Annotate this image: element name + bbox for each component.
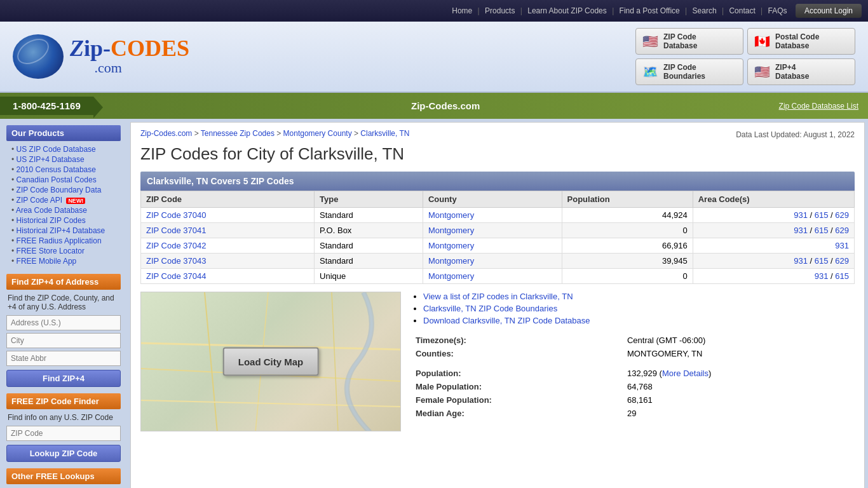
area-code-link[interactable]: 931 [794, 226, 808, 235]
load-city-map-button[interactable]: Load City Map [223, 348, 319, 376]
logo-text[interactable]: Zip-CODES .com [70, 37, 189, 76]
zip4-database-button[interactable]: 🇺🇸 ZIP+4Database [747, 58, 855, 85]
breadcrumb-tn[interactable]: Tennessee Zip Codes [201, 129, 275, 138]
county-cell: Montgomery [423, 269, 562, 284]
svg-line-2 [205, 292, 217, 431]
logo-globe-icon [13, 34, 64, 79]
top-navigation: Home | Products | Learn About ZIP Codes … [0, 0, 868, 22]
population-cell: 44,924 [562, 208, 693, 223]
area-codes-cell: 931 / 615 / 629 [693, 223, 854, 238]
population-label: Population: [412, 367, 622, 379]
sidebar-us-zip-db[interactable]: US ZIP Code Database [6, 144, 121, 154]
site-header: Zip-CODES .com 🇺🇸 ZIP CodeDatabase 🇨🇦 Po… [0, 22, 868, 93]
col-type: Type [315, 191, 423, 208]
area-code-link[interactable]: 629 [835, 210, 849, 220]
nav-products[interactable]: Products [485, 6, 515, 15]
city-input[interactable] [6, 333, 121, 348]
breadcrumb-city[interactable]: Clarksville, TN [360, 129, 409, 138]
sidebar-area-code-db[interactable]: Area Code Database [6, 205, 121, 215]
main-container: Our Products US ZIP Code Database US ZIP… [0, 119, 868, 488]
area-code-link[interactable]: 931 [794, 210, 808, 220]
free-zip-finder-title: FREE ZIP Code Finder [6, 393, 121, 409]
find-zip4-button[interactable]: Find ZIP+4 [6, 370, 121, 387]
breadcrumb-home[interactable]: Zip-Codes.com [140, 129, 192, 138]
zip-link[interactable]: ZIP Code 37043 [146, 256, 206, 266]
area-code-link[interactable]: 629 [835, 256, 849, 266]
area-code-link[interactable]: 931 [835, 241, 849, 250]
county-link[interactable]: Montgomery [428, 241, 474, 250]
lookup-zip-button[interactable]: Lookup ZIP Code [6, 445, 121, 462]
phone-number: 1-800-425-1169 [0, 97, 93, 115]
area-codes-cell: 931 / 615 / 629 [693, 254, 854, 269]
nav-faqs[interactable]: FAQs [768, 6, 787, 15]
table-row: ZIP Code 37040 Standard Montgomery 44,92… [141, 208, 855, 223]
sidebar-us-zip4-db[interactable]: US ZIP+4 Database [6, 154, 121, 165]
area-code-link[interactable]: 931 [794, 256, 808, 266]
counties-value: MONTGOMERY, TN [623, 348, 853, 360]
view-zip-list-link[interactable]: View a list of ZIP codes in Clarksville,… [423, 292, 573, 301]
sidebar-historical-zip[interactable]: Historical ZIP Codes [6, 215, 121, 226]
area-code-link[interactable]: 615 [815, 256, 829, 266]
col-zip-code: ZIP Code [141, 191, 315, 208]
sidebar-mobile-app[interactable]: FREE Mobile App [6, 256, 121, 266]
page-title: ZIP Codes for City of Clarksville, TN [140, 144, 855, 164]
col-area-codes: Area Code(s) [693, 191, 854, 208]
county-link[interactable]: Montgomery [428, 210, 474, 220]
area-code-link[interactable]: 615 [815, 226, 829, 235]
population-value: 132,929 (More Details) [623, 367, 853, 379]
sidebar: Our Products US ZIP Code Database US ZIP… [0, 119, 127, 488]
area-code-link[interactable]: 615 [835, 271, 849, 281]
sidebar-zip-boundary[interactable]: ZIP Code Boundary Data [6, 185, 121, 195]
zip-link[interactable]: ZIP Code 37042 [146, 241, 206, 250]
state-input[interactable] [6, 351, 121, 366]
our-products-title: Our Products [6, 125, 121, 141]
find-zip4-title: Find ZIP+4 of Address [6, 274, 121, 290]
county-link[interactable]: Montgomery [428, 256, 474, 266]
area-code-link[interactable]: 931 [815, 271, 829, 281]
map-icon: 🗺️ [642, 64, 658, 79]
area-code-link[interactable]: 615 [815, 210, 829, 220]
account-login-button[interactable]: Account Login [796, 4, 862, 18]
zip-code-database-button[interactable]: 🇺🇸 ZIP CodeDatabase [635, 28, 743, 55]
site-name-label: Zip-Codes.com [93, 100, 779, 111]
zip-link[interactable]: ZIP Code 37044 [146, 271, 206, 281]
sep: | [685, 6, 687, 15]
sidebar-canadian-postal[interactable]: Canadian Postal Codes [6, 175, 121, 185]
sidebar-census-db[interactable]: 2010 Census Database [6, 165, 121, 175]
address-input[interactable] [6, 315, 121, 330]
zip-link-cell: ZIP Code 37044 [141, 269, 315, 284]
db-list-link[interactable]: Zip Code Database List [779, 102, 868, 111]
county-link[interactable]: Montgomery [428, 271, 474, 281]
sidebar-zip-api[interactable]: ZIP Code API NEW! [6, 195, 121, 205]
sidebar-store-locator[interactable]: FREE Store Locator [6, 246, 121, 256]
type-cell: Standard [315, 208, 423, 223]
free-finder-desc: Find info on any U.S. ZIP Code [6, 413, 121, 422]
logo-area: Zip-CODES .com [13, 34, 189, 79]
zip-code-boundaries-button[interactable]: 🗺️ ZIP CodeBoundaries [635, 58, 743, 85]
area-code-link[interactable]: 629 [835, 226, 849, 235]
zip-link[interactable]: ZIP Code 37041 [146, 226, 206, 235]
zip-boundaries-link[interactable]: Clarksville, TN ZIP Code Boundaries [423, 304, 557, 313]
nav-contact[interactable]: Contact [729, 6, 755, 15]
nav-home[interactable]: Home [452, 6, 472, 15]
postal-code-database-button[interactable]: 🇨🇦 Postal CodeDatabase [747, 28, 855, 55]
breadcrumb-county[interactable]: Montgomery County [283, 129, 352, 138]
zip-link-cell: ZIP Code 37041 [141, 223, 315, 238]
male-pop-label: Male Population: [412, 381, 622, 393]
sidebar-radius-app[interactable]: FREE Radius Application [6, 236, 121, 246]
nav-search[interactable]: Search [693, 6, 717, 15]
download-db-link[interactable]: Download Clarksville, TN ZIP Code Databa… [423, 316, 590, 325]
sidebar-historical-zip4[interactable]: Historical ZIP+4 Database [6, 226, 121, 236]
nav-learn[interactable]: Learn About ZIP Codes [527, 6, 607, 15]
database-buttons: 🇺🇸 ZIP CodeDatabase 🇨🇦 Postal CodeDataba… [635, 28, 855, 85]
timezone-value: Central (GMT -06:00) [623, 334, 853, 346]
zip-link[interactable]: ZIP Code 37040 [146, 210, 206, 220]
zip-input[interactable] [6, 426, 121, 441]
population-cell: 0 [562, 223, 693, 238]
nav-post-office[interactable]: Find a Post Office [620, 6, 680, 15]
more-details-link[interactable]: More Details [662, 369, 709, 378]
county-link[interactable]: Montgomery [428, 226, 474, 235]
table-row: ZIP Code 37044 Unique Montgomery 0 931 /… [141, 269, 855, 284]
area-codes-cell: 931 [693, 238, 854, 254]
col-population: Population [562, 191, 693, 208]
